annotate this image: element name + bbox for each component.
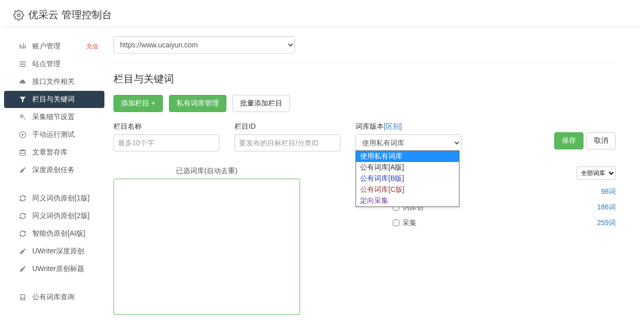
sidebar-item[interactable]: 采集细节设置 xyxy=(4,109,104,126)
book-icon xyxy=(18,294,27,301)
cloud-icon xyxy=(18,78,27,85)
private-lib-button[interactable]: 私有词库管理 xyxy=(169,95,226,112)
sidebar-item-label: 深度原创任务 xyxy=(32,166,98,175)
sidebar-item-label: 同义词伪原创[1版] xyxy=(32,194,98,203)
selected-lib-title: 已选词库(自动去重) xyxy=(113,167,300,176)
sidebar-item-label: UWriter深度原创 xyxy=(32,247,98,256)
version-option[interactable]: 公有词库[B版] xyxy=(356,173,459,184)
svg-rect-5 xyxy=(20,62,26,63)
form-row: 栏目名称 栏目ID 词库版本[区别] 使用私有词库 使用私有词库公有词库[A版]… xyxy=(113,122,616,151)
sidebar-item[interactable]: UWriter深度原创 xyxy=(4,243,104,260)
refresh-icon xyxy=(18,230,27,237)
svg-rect-1 xyxy=(20,44,21,49)
list-icon xyxy=(18,61,27,68)
sidebar-item[interactable]: 站点管理 xyxy=(4,56,104,73)
play-icon xyxy=(18,131,27,138)
edit-icon xyxy=(18,265,27,273)
edit-icon xyxy=(18,167,27,174)
sidebar-item-badge[interactable]: 充值 xyxy=(86,42,98,51)
save-button[interactable]: 保存 xyxy=(554,132,583,149)
sidebar-item-label: UWriter原创标题 xyxy=(32,264,98,274)
action-button-row: 添加栏目 + 私有词库管理 批量添加栏目 xyxy=(113,95,616,112)
svg-rect-7 xyxy=(20,66,26,67)
sidebar-item[interactable]: UWriter原创标题 xyxy=(4,260,104,278)
page-header: 优采云 管理控制台 xyxy=(3,3,641,27)
svg-point-8 xyxy=(21,116,23,118)
version-label: 词库版本 xyxy=(356,122,384,130)
version-select[interactable]: 使用私有词库 xyxy=(356,134,461,151)
sidebar-item-label: 栏目与关键词 xyxy=(32,95,98,104)
sidebar-item-label: 公有词库查询 xyxy=(32,293,98,302)
svg-point-0 xyxy=(17,14,20,17)
svg-rect-2 xyxy=(21,45,22,48)
section-title: 栏目与关键词 xyxy=(113,72,616,86)
bars-icon xyxy=(18,43,27,50)
sidebar-item[interactable]: 手动运行测试 xyxy=(4,126,104,143)
svg-rect-6 xyxy=(20,64,26,65)
sidebar-item[interactable]: 深度原创任务 xyxy=(4,162,104,179)
sidebar-item[interactable]: 同义词伪原创[2版] xyxy=(4,207,104,225)
version-option[interactable]: 公有词库[C版] xyxy=(356,184,459,195)
sidebar-item-label: 采集细节设置 xyxy=(32,113,98,122)
column-id-label: 栏目ID xyxy=(235,122,340,131)
refresh-icon xyxy=(18,195,27,202)
version-option[interactable]: 定向采集 xyxy=(356,195,459,206)
site-select[interactable]: https://www.ucaiyun.com xyxy=(113,36,295,54)
column-id-input[interactable] xyxy=(235,134,340,151)
batch-add-button[interactable]: 批量添加栏目 xyxy=(232,95,290,112)
version-diff-link[interactable]: [区别] xyxy=(384,122,402,130)
version-label-wrap: 词库版本[区别] xyxy=(356,122,461,131)
lib-item-count[interactable]: 186词 xyxy=(597,203,616,212)
version-dropdown-list: 使用私有词库公有词库[A版]公有词库[B版]公有词库[C版]定向采集 xyxy=(356,150,459,207)
db-icon xyxy=(18,149,27,156)
sidebar-item[interactable]: 同义词伪原创[1版] xyxy=(4,190,104,207)
sidebar-item-label: 账户管理 xyxy=(32,42,84,51)
sidebar-item[interactable]: 智能伪原创[AI版] xyxy=(4,225,104,242)
sidebar-item[interactable]: 接口文件相关 xyxy=(4,73,104,90)
sidebar-item-label: 智能伪原创[AI版] xyxy=(32,229,98,238)
cogs-icon xyxy=(18,114,27,121)
cancel-button[interactable]: 取消 xyxy=(587,132,616,149)
page-title: 优采云 管理控制台 xyxy=(28,8,112,22)
filter-icon xyxy=(18,96,27,103)
refresh-icon xyxy=(18,212,27,220)
sidebar-item[interactable]: 文章暂存库 xyxy=(4,144,104,161)
gear-icon xyxy=(13,10,24,21)
main-content: https://www.ucaiyun.com 栏目与关键词 添加栏目 + 私有… xyxy=(108,27,633,321)
sidebar-item-label: 站点管理 xyxy=(32,60,98,69)
sidebar-item[interactable]: 栏目与关键词 xyxy=(4,91,104,108)
sidebar-item-label: 同义词伪原创[2版] xyxy=(32,211,98,221)
sidebar-item-label: 文章暂存库 xyxy=(32,148,98,157)
sidebar-item[interactable]: 公有词库查询 xyxy=(4,289,104,306)
lib-filter-select[interactable]: 全部词库 xyxy=(576,167,616,180)
sidebar: 账户管理充值站点管理接口文件相关栏目与关键词采集细节设置手动运行测试文章暂存库深… xyxy=(0,27,108,321)
lib-item-count[interactable]: 98词 xyxy=(601,187,616,196)
lib-item: 采集259词 xyxy=(391,215,616,231)
version-option[interactable]: 使用私有词库 xyxy=(356,151,459,162)
svg-rect-3 xyxy=(23,43,24,49)
lib-item-name: 采集 xyxy=(402,219,597,228)
sidebar-item-label: 手动运行测试 xyxy=(32,130,98,139)
lib-item-checkbox[interactable] xyxy=(393,220,399,226)
add-column-button[interactable]: 添加栏目 + xyxy=(113,95,163,112)
svg-rect-4 xyxy=(25,45,26,48)
selected-lib-panel: 已选词库(自动去重) xyxy=(113,167,300,315)
edit-icon xyxy=(18,248,27,255)
version-option[interactable]: 公有词库[A版] xyxy=(356,162,459,173)
column-name-label: 栏目名称 xyxy=(113,122,219,131)
sidebar-item[interactable]: 账户管理充值 xyxy=(4,38,104,55)
column-name-input[interactable] xyxy=(113,134,219,151)
sidebar-item-label: 接口文件相关 xyxy=(32,77,98,86)
svg-point-11 xyxy=(20,149,26,151)
svg-point-9 xyxy=(24,118,25,120)
lib-item-count[interactable]: 259词 xyxy=(597,219,616,228)
selected-lib-box[interactable] xyxy=(113,179,300,315)
